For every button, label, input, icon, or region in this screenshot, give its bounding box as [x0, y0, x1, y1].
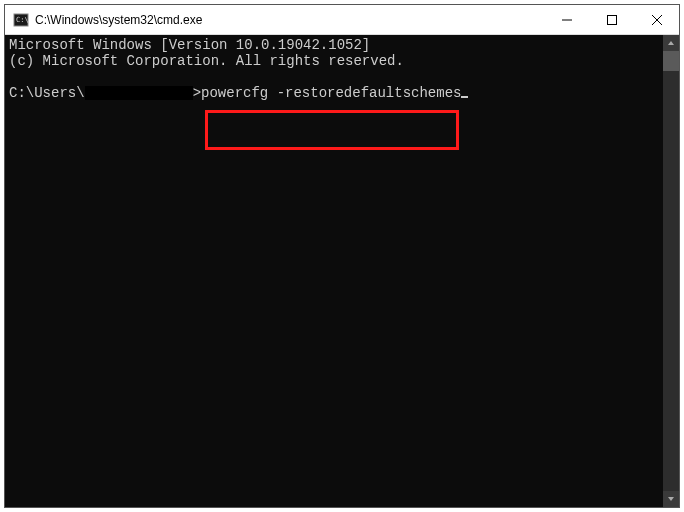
- cmd-icon: C:\: [13, 12, 29, 28]
- maximize-button[interactable]: [589, 5, 634, 34]
- console-wrap: Microsoft Windows [Version 10.0.19042.10…: [5, 35, 679, 507]
- svg-marker-7: [668, 497, 674, 501]
- console-area[interactable]: Microsoft Windows [Version 10.0.19042.10…: [5, 35, 663, 507]
- window-title: C:\Windows\system32\cmd.exe: [35, 13, 544, 27]
- scroll-up-arrow-icon[interactable]: [663, 35, 679, 51]
- titlebar[interactable]: C:\ C:\Windows\system32\cmd.exe: [5, 5, 679, 35]
- close-button[interactable]: [634, 5, 679, 34]
- console-line-2: (c) Microsoft Corporation. All rights re…: [9, 53, 404, 69]
- console-line-1: Microsoft Windows [Version 10.0.19042.10…: [9, 37, 370, 53]
- svg-marker-6: [668, 41, 674, 45]
- scroll-down-arrow-icon[interactable]: [663, 491, 679, 507]
- minimize-button[interactable]: [544, 5, 589, 34]
- highlight-annotation: [205, 110, 459, 150]
- vertical-scrollbar[interactable]: [663, 35, 679, 507]
- svg-rect-3: [607, 15, 616, 24]
- typed-command: powercfg -restoredefaultschemes: [201, 85, 461, 101]
- cmd-window: C:\ C:\Windows\system32\cmd.exe Microsof…: [4, 4, 680, 508]
- redacted-username: [85, 86, 193, 100]
- prompt-suffix: >: [193, 85, 201, 101]
- scroll-thumb[interactable]: [663, 51, 679, 71]
- svg-text:C:\: C:\: [16, 16, 29, 24]
- text-cursor: [461, 96, 468, 98]
- prompt-prefix: C:\Users\: [9, 85, 85, 101]
